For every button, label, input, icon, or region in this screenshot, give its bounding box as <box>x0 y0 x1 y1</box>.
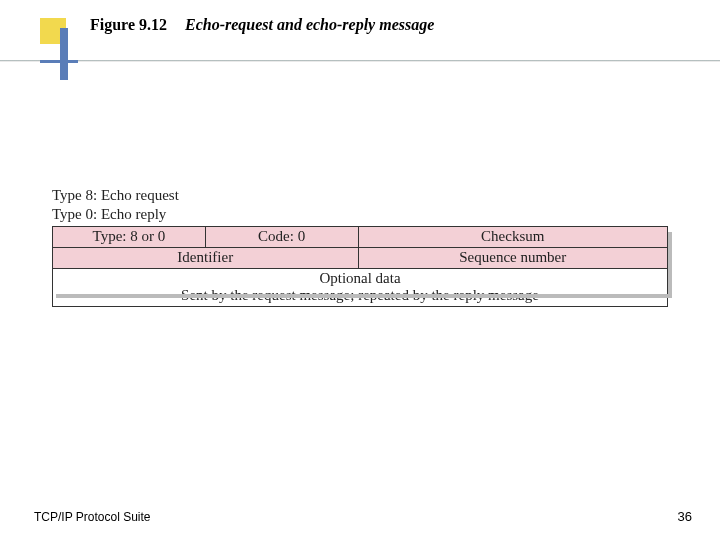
header-rule <box>0 60 720 62</box>
table-shadow-right <box>668 232 672 295</box>
page-number: 36 <box>678 509 692 524</box>
table-row: Optional data Sent by the request messag… <box>53 269 668 307</box>
cell-code: Code: 0 <box>205 227 358 248</box>
header-rule-accent <box>40 60 78 63</box>
footer-text: TCP/IP Protocol Suite <box>34 510 151 524</box>
table-row: Type: 8 or 0 Code: 0 Checksum <box>53 227 668 248</box>
type-line-reply: Type 0: Echo reply <box>52 205 179 224</box>
cell-identifier: Identifier <box>53 248 359 269</box>
figure-title: Echo-request and echo-reply message <box>185 16 434 34</box>
figure-label: Figure 9.12 <box>90 16 167 34</box>
type-line-request: Type 8: Echo request <box>52 186 179 205</box>
optional-data-line1: Optional data <box>53 270 667 287</box>
cell-sequence: Sequence number <box>358 248 668 269</box>
table-shadow-bottom <box>56 294 672 298</box>
blue-bar-icon <box>60 28 68 80</box>
type-legend: Type 8: Echo request Type 0: Echo reply <box>52 186 179 224</box>
table-row: Identifier Sequence number <box>53 248 668 269</box>
cell-checksum: Checksum <box>358 227 668 248</box>
cell-optional-data: Optional data Sent by the request messag… <box>53 269 668 307</box>
cell-type: Type: 8 or 0 <box>53 227 206 248</box>
